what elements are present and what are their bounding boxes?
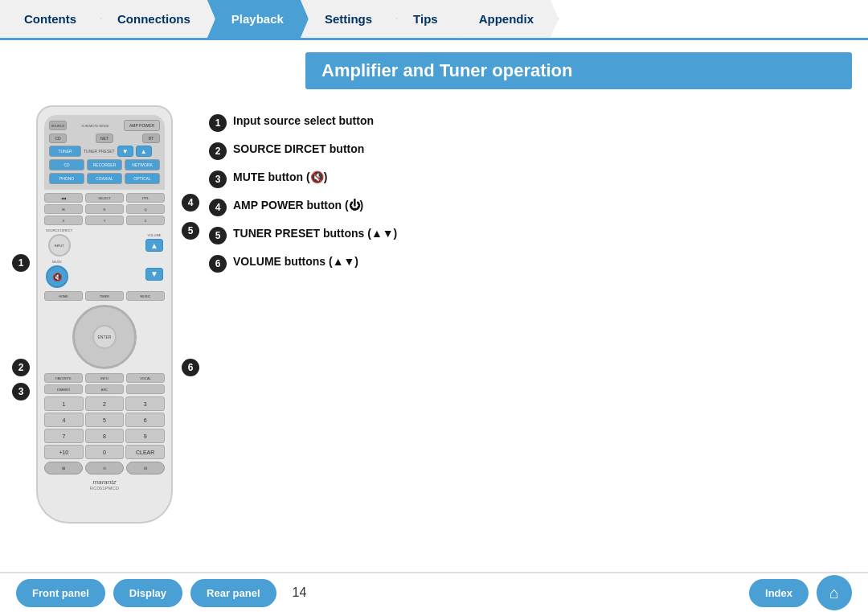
desc-num-6: 6 [209,255,227,273]
mute-group: MUTE 🔇 [46,260,68,288]
num-1: 1 [44,396,84,411]
net-btn: NET [96,133,113,143]
desc-text-4: AMP POWER button (⏻) [233,198,363,214]
optical-btn: OPTICAL [125,173,160,184]
callout-4: 4 [182,194,199,212]
volume-down-btn: ▼ [145,268,163,281]
remote-model-label: RC001PMCD [44,486,165,491]
main-content: 1 2 3 4 5 6 SOURCE H.REMOTE MODE AMP POW… [0,97,868,532]
desc-item-4: 4 AMP POWER button (⏻) [209,198,852,216]
tab-tips[interactable]: Tips [389,0,463,38]
home-btn-remote: HOME [44,291,83,301]
timer-btn: TIMER [85,291,124,301]
volume-label: VOLUME [148,233,162,237]
input-source-group: SOURCE DIRECT INPUT [46,228,72,257]
source-direct-btn: INPUT [48,234,71,257]
source-direct-label: SOURCE DIRECT [46,228,72,232]
remote-top-section: SOURCE H.REMOTE MODE AMP POWER CD NET BT… [44,115,165,190]
btn-n: N [85,204,124,214]
btn-left: ◀◀ [44,193,83,203]
desc-item-3: 3 MUTE button (🔇) [209,170,852,188]
mute-btn: 🔇 [46,265,68,288]
tuner-preset-down-btn: ▼ [117,146,133,157]
tab-settings[interactable]: Settings [301,0,397,38]
tab-connections[interactable]: Connections [93,0,215,38]
source-row2: PHONO COAXIAL OPTICAL [49,173,160,184]
desc-num-1: 1 [209,114,227,132]
index-btn[interactable]: Index [749,579,809,607]
callout-2: 2 [12,359,30,376]
bottom-navigation: Front panel Display Rear panel 14 Index … [0,572,868,612]
mid-buttons-row1: ◀◀ SELECT PP1 [44,193,165,203]
remote-mode-label: H.REMOTE MODE [81,124,108,128]
nav-circle: ENTER [72,305,137,369]
blank-btn1 [126,384,165,394]
front-panel-btn[interactable]: Front panel [16,579,105,607]
desc-text-2: SOURCE DIRCET button [233,142,364,158]
desc-item-5: 5 TUNER PRESET buttons (▲▼) [209,226,852,244]
mute-volume-row: MUTE 🔇 ▼ [46,260,163,288]
remote-bottom-row: ⊞ ⊙ ⊟ [44,462,165,474]
remote-amp-power-btn: AMP POWER [124,120,160,131]
tuner-preset-label: TUNER PRESET [84,149,115,154]
btn-pp1: PP1 [126,193,165,203]
cd-btn: CD [49,133,67,143]
desc-num-4: 4 [209,199,227,216]
remote-body: SOURCE H.REMOTE MODE AMP POWER CD NET BT… [36,105,173,524]
btn-q: Q [126,204,165,214]
btn-select: SELECT [85,193,124,203]
remote-top-row1: SOURCE H.REMOTE MODE AMP POWER [49,120,160,131]
num-4: 4 [44,413,84,427]
desc-item-2: 2 SOURCE DIRCET button [209,142,852,160]
num-2: 2 [85,396,125,411]
num-0: 0 [85,445,125,459]
number-pad: 1 2 3 4 5 6 7 8 9 +10 0 CLEAR [44,396,165,459]
remote-source-btn: SOURCE [49,121,67,130]
arc-btn: ARC [85,384,124,394]
tuner-preset-up-btn: ▲ [136,146,152,157]
num-7: 7 [44,429,84,443]
phono-btn: PHONO [49,173,84,184]
btn-z: Z [126,216,165,225]
btn-m: M [44,204,83,214]
page-number: 14 [293,585,307,600]
network-btn: NETWORK [125,159,160,170]
dimmer-btn: DIMMER [44,384,83,394]
rear-panel-btn[interactable]: Rear panel [190,579,276,607]
num-8: 8 [85,429,125,443]
remote-top-row2: CD NET BT [49,133,160,143]
source-row: CD RECORDER NETWORK [49,159,160,170]
num-5: 5 [85,413,125,427]
tab-contents[interactable]: Contents [0,0,101,38]
num-clear: CLEAR [125,445,165,459]
tuner-btn: TUNER [49,146,81,157]
btn-y: Y [85,216,124,225]
desc-num-3: 3 [209,170,227,188]
desc-text-3: MUTE button (🔇) [233,170,327,186]
home-icon-btn[interactable]: ⌂ [817,575,852,610]
recorder-btn: RECORDER [87,159,122,170]
vocal-btn: VOCAL [126,373,165,383]
callout-5: 5 [182,222,199,240]
home-row: HOME TIMER MUSIC [44,291,165,301]
display-btn[interactable]: Display [113,579,182,607]
feature-descriptions: 1 Input source select button 2 SOURCE DI… [209,105,852,524]
num-9: 9 [125,429,165,443]
mid-buttons-row2: M N Q [44,204,165,214]
desc-num-2: 2 [209,142,227,160]
favorite-btn: FAVORITE [44,373,83,383]
num-6: 6 [125,413,165,427]
tab-appendix[interactable]: Appendix [455,0,559,38]
desc-text-6: VOLUME buttons (▲▼) [233,254,358,270]
callout-6: 6 [182,359,199,376]
source-volume-area: SOURCE DIRECT INPUT VOLUME ▲ [46,228,163,257]
mid-buttons-row3: X Y Z [44,216,165,225]
tab-playback[interactable]: Playback [207,0,309,38]
search-btn: ⊟ [126,462,165,474]
desc-item-6: 6 VOLUME buttons (▲▼) [209,254,852,273]
bottom-right-area: Index ⌂ [749,575,852,610]
page-title: Amplifier and Tuner operation [305,52,852,89]
num-plus10: +10 [44,445,84,459]
bt-btn: BT [142,133,160,143]
mute-label: MUTE [52,260,61,264]
